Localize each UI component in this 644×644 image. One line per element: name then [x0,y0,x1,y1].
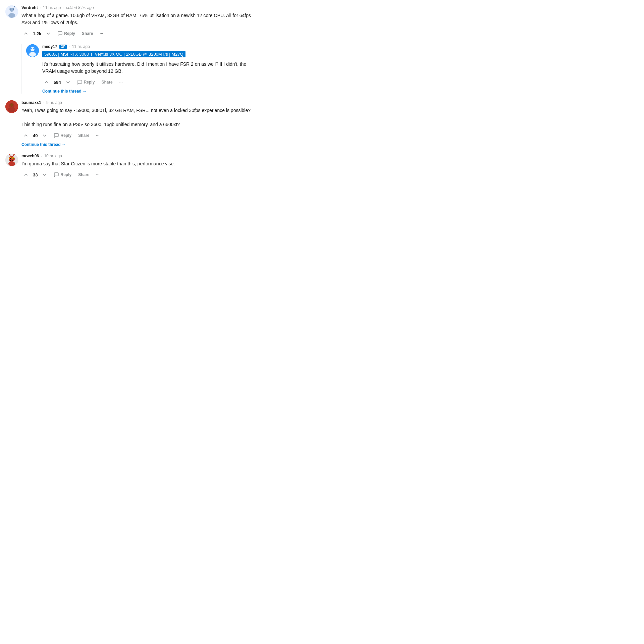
reply-button[interactable]: Reply [75,78,97,86]
user-flair: 5900X | MSI RTX 3080 Ti Ventus 3X OC | 2… [42,51,185,57]
svg-point-20 [13,158,14,159]
comment-text: What a hog of a game. 10.6gb of VRAM, 32… [21,12,256,26]
comment-icon [57,31,63,36]
more-button[interactable]: ··· [117,78,125,86]
svg-point-4 [13,8,14,10]
svg-point-3 [9,8,11,10]
vote-count: 1.2k [33,31,41,36]
timestamp: 11 hr. ago [43,5,61,10]
continue-thread-button[interactable]: Continue this thread → [42,89,87,94]
svg-point-19 [10,158,11,159]
comment-text: I'm gonna say that Star Citizen is more … [21,160,256,167]
timestamp: 10 hr. ago [44,154,62,158]
downvote-button[interactable] [44,30,53,37]
op-badge: OP [59,45,67,49]
timestamp: 11 hr. ago [72,44,90,49]
more-button[interactable]: ··· [94,171,102,178]
timestamp: · [63,5,64,10]
share-button[interactable]: Share [76,132,91,139]
comment-header: baumaxx1 · 9 hr. ago [21,100,256,105]
upvote-button[interactable] [42,78,51,86]
svg-point-24 [13,154,15,155]
comment-body: medy17 OP · 11 hr. ago 5900X | MSI RTX 3… [42,44,256,94]
upvote-icon [44,79,50,85]
action-bar: 49 Reply Share ··· [21,131,256,140]
comment-header: Verdreht · 11 hr. ago · edited 8 hr. ago [21,5,256,10]
comment-mrweb06: mrweb06 · 10 hr. ago I'm gonna say that … [5,154,256,179]
comment-text: It's frustrating how poorly it utilises … [42,61,256,75]
comment-icon [54,172,59,177]
username: mrweb06 [21,154,39,158]
svg-point-9 [29,52,36,57]
username: baumaxx1 [21,100,41,105]
avatar [5,154,18,166]
timestamp: 9 hr. ago [46,100,62,105]
downvote-button[interactable] [40,132,49,139]
comment-header: medy17 OP · 11 hr. ago [42,44,256,49]
timestamp: · [69,44,70,49]
reply-button[interactable]: Reply [52,131,73,140]
downvote-button[interactable] [64,78,72,86]
vote-count: 594 [54,80,61,85]
comment-baumaxx1: baumaxx1 · 9 hr. ago Yeah, I was going t… [5,100,256,147]
reply-button[interactable]: Reply [52,171,73,179]
vote-count: 33 [33,172,38,177]
svg-point-8 [31,47,35,51]
more-button[interactable]: ··· [94,132,102,139]
comment-body: mrweb06 · 10 hr. ago I'm gonna say that … [21,154,256,179]
downvote-icon [65,79,71,85]
comment-verdreht: Verdreht · 11 hr. ago · edited 8 hr. ago… [5,5,256,38]
timestamp: · [40,5,41,10]
comment-icon [54,133,59,138]
comment-icon [77,79,83,85]
comment-body: baumaxx1 · 9 hr. ago Yeah, I was going t… [21,100,256,147]
downvote-icon [45,31,51,37]
upvote-button[interactable] [21,132,30,139]
downvote-button[interactable] [40,171,49,178]
avatar [5,5,18,18]
share-button[interactable]: Share [80,30,95,37]
upvote-button[interactable] [21,30,30,37]
upvote-icon [23,132,29,139]
svg-point-22 [9,154,10,155]
edited-label: edited 8 hr. ago [66,5,94,10]
downvote-icon [42,172,48,178]
upvote-button[interactable] [21,171,30,178]
svg-point-1 [10,8,14,12]
timestamp: · [43,100,44,105]
comment-medy17: medy17 OP · 11 hr. ago 5900X | MSI RTX 3… [26,44,256,94]
username: medy17 [42,44,57,49]
share-button[interactable]: Share [99,78,114,86]
share-button[interactable]: Share [76,171,91,178]
action-bar: 594 Reply Share ··· [42,78,256,86]
action-bar: 33 Reply Share ··· [21,171,256,179]
more-button[interactable]: ··· [98,30,105,37]
svg-point-2 [8,13,15,18]
timestamp: · [41,154,42,158]
username: Verdreht [21,5,38,10]
upvote-icon [23,31,29,37]
svg-point-25 [8,161,15,166]
comment-text: Yeah, I was going to say - 5900x, 3080Ti… [21,107,256,128]
avatar [5,100,18,113]
svg-point-11 [33,48,35,49]
vote-count: 49 [33,133,38,138]
downvote-icon [42,132,48,139]
continue-thread-button[interactable]: Continue this thread → [21,142,66,147]
action-bar: 1.2k Reply Share ··· [21,30,256,38]
comment-header: mrweb06 · 10 hr. ago [21,154,256,158]
svg-point-10 [31,48,32,49]
upvote-icon [23,172,29,178]
comment-body: Verdreht · 11 hr. ago · edited 8 hr. ago… [21,5,256,38]
avatar [26,44,39,57]
svg-point-14 [8,107,15,112]
reply-button[interactable]: Reply [55,30,77,38]
